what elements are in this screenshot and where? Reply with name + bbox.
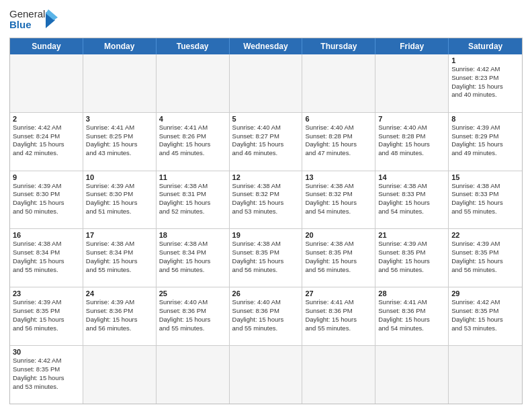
day-number: 9 xyxy=(13,173,80,181)
day-number: 24 xyxy=(86,289,153,298)
header: GeneralBlue xyxy=(9,7,523,34)
day-info: Sunrise: 4:38 AM Sunset: 8:33 PM Dayligh… xyxy=(378,182,445,216)
day-number: 11 xyxy=(159,173,226,181)
day-info: Sunrise: 4:38 AM Sunset: 8:34 PM Dayligh… xyxy=(86,240,153,274)
calendar-cell: 14Sunrise: 4:38 AM Sunset: 8:33 PM Dayli… xyxy=(375,171,449,229)
day-info: Sunrise: 4:40 AM Sunset: 8:36 PM Dayligh… xyxy=(232,298,300,332)
day-info: Sunrise: 4:39 AM Sunset: 8:35 PM Dayligh… xyxy=(451,240,519,274)
day-number: 2 xyxy=(13,115,80,123)
calendar-week-2: 2Sunrise: 4:42 AM Sunset: 8:24 PM Daylig… xyxy=(10,112,522,171)
day-number: 17 xyxy=(86,231,153,239)
day-info: Sunrise: 4:39 AM Sunset: 8:35 PM Dayligh… xyxy=(378,240,445,274)
day-number: 1 xyxy=(451,56,519,64)
day-info: Sunrise: 4:40 AM Sunset: 8:36 PM Dayligh… xyxy=(159,298,226,332)
day-number: 16 xyxy=(13,231,80,239)
calendar-cell: 17Sunrise: 4:38 AM Sunset: 8:34 PM Dayli… xyxy=(83,229,157,287)
day-number: 13 xyxy=(305,173,372,181)
day-info: Sunrise: 4:38 AM Sunset: 8:32 PM Dayligh… xyxy=(305,182,372,216)
calendar-cell: 19Sunrise: 4:38 AM Sunset: 8:35 PM Dayli… xyxy=(230,229,303,287)
day-number: 25 xyxy=(159,289,226,298)
calendar-cell: 8Sunrise: 4:39 AM Sunset: 8:29 PM Daylig… xyxy=(449,113,522,171)
day-info: Sunrise: 4:39 AM Sunset: 8:30 PM Dayligh… xyxy=(86,182,153,216)
day-number: 4 xyxy=(159,115,226,123)
calendar-cell xyxy=(10,54,83,112)
calendar-cell: 29Sunrise: 4:42 AM Sunset: 8:35 PM Dayli… xyxy=(449,287,522,345)
day-info: Sunrise: 4:42 AM Sunset: 8:24 PM Dayligh… xyxy=(13,124,80,158)
calendar-week-6: 30Sunrise: 4:42 AM Sunset: 8:35 PM Dayli… xyxy=(10,345,522,404)
calendar-week-3: 9Sunrise: 4:39 AM Sunset: 8:30 PM Daylig… xyxy=(10,171,522,229)
calendar-cell xyxy=(449,346,522,404)
calendar-cell: 15Sunrise: 4:38 AM Sunset: 8:33 PM Dayli… xyxy=(449,171,522,229)
day-info: Sunrise: 4:42 AM Sunset: 8:23 PM Dayligh… xyxy=(451,65,519,99)
calendar-cell xyxy=(375,54,449,112)
day-number: 27 xyxy=(305,289,372,298)
calendar-cell xyxy=(83,346,157,404)
calendar-cell: 16Sunrise: 4:38 AM Sunset: 8:34 PM Dayli… xyxy=(10,229,83,287)
day-number: 8 xyxy=(451,115,519,123)
calendar-cell: 22Sunrise: 4:39 AM Sunset: 8:35 PM Dayli… xyxy=(449,229,522,287)
day-number: 3 xyxy=(86,115,153,123)
header-cell-saturday: Saturday xyxy=(449,38,522,54)
day-info: Sunrise: 4:39 AM Sunset: 8:30 PM Dayligh… xyxy=(13,182,80,216)
calendar-cell: 27Sunrise: 4:41 AM Sunset: 8:36 PM Dayli… xyxy=(302,287,375,345)
day-info: Sunrise: 4:38 AM Sunset: 8:34 PM Dayligh… xyxy=(159,240,226,274)
calendar-cell: 6Sunrise: 4:40 AM Sunset: 8:28 PM Daylig… xyxy=(302,113,375,171)
calendar-cell: 30Sunrise: 4:42 AM Sunset: 8:35 PM Dayli… xyxy=(10,346,83,404)
calendar-header-row: SundayMondayTuesdayWednesdayThursdayFrid… xyxy=(10,38,522,54)
day-number: 29 xyxy=(451,289,519,298)
day-info: Sunrise: 4:38 AM Sunset: 8:34 PM Dayligh… xyxy=(13,240,80,274)
calendar-week-4: 16Sunrise: 4:38 AM Sunset: 8:34 PM Dayli… xyxy=(10,228,522,287)
calendar-body: 1Sunrise: 4:42 AM Sunset: 8:23 PM Daylig… xyxy=(10,54,522,404)
calendar: SundayMondayTuesdayWednesdayThursdayFrid… xyxy=(9,38,523,404)
calendar-cell: 7Sunrise: 4:40 AM Sunset: 8:28 PM Daylig… xyxy=(375,113,449,171)
header-cell-tuesday: Tuesday xyxy=(157,38,230,54)
day-number: 14 xyxy=(378,173,445,181)
header-cell-friday: Friday xyxy=(375,38,449,54)
calendar-cell xyxy=(157,346,230,404)
calendar-cell: 18Sunrise: 4:38 AM Sunset: 8:34 PM Dayli… xyxy=(157,229,230,287)
calendar-cell: 28Sunrise: 4:41 AM Sunset: 8:36 PM Dayli… xyxy=(375,287,449,345)
calendar-cell: 13Sunrise: 4:38 AM Sunset: 8:32 PM Dayli… xyxy=(302,171,375,229)
day-info: Sunrise: 4:39 AM Sunset: 8:35 PM Dayligh… xyxy=(13,298,80,332)
calendar-week-1: 1Sunrise: 4:42 AM Sunset: 8:23 PM Daylig… xyxy=(10,54,522,112)
calendar-cell: 26Sunrise: 4:40 AM Sunset: 8:36 PM Dayli… xyxy=(230,287,303,345)
page: GeneralBlue SundayMondayTuesdayWednesday… xyxy=(0,0,532,411)
calendar-cell: 4Sunrise: 4:41 AM Sunset: 8:26 PM Daylig… xyxy=(157,113,230,171)
day-number: 20 xyxy=(305,231,372,239)
calendar-cell: 23Sunrise: 4:39 AM Sunset: 8:35 PM Dayli… xyxy=(10,287,83,345)
day-number: 30 xyxy=(13,348,80,356)
calendar-cell: 20Sunrise: 4:38 AM Sunset: 8:35 PM Dayli… xyxy=(302,229,375,287)
day-info: Sunrise: 4:41 AM Sunset: 8:36 PM Dayligh… xyxy=(378,298,445,332)
calendar-cell: 24Sunrise: 4:39 AM Sunset: 8:36 PM Dayli… xyxy=(83,287,157,345)
generalblue-logo-icon: GeneralBlue xyxy=(9,7,58,34)
calendar-cell xyxy=(230,54,303,112)
day-info: Sunrise: 4:42 AM Sunset: 8:35 PM Dayligh… xyxy=(451,298,519,332)
calendar-cell xyxy=(375,346,449,404)
calendar-cell xyxy=(302,54,375,112)
svg-text:General: General xyxy=(9,8,45,19)
svg-text:Blue: Blue xyxy=(9,19,32,30)
day-number: 23 xyxy=(13,289,80,298)
day-info: Sunrise: 4:41 AM Sunset: 8:25 PM Dayligh… xyxy=(86,124,153,158)
day-number: 28 xyxy=(378,289,445,298)
day-info: Sunrise: 4:39 AM Sunset: 8:36 PM Dayligh… xyxy=(86,298,153,332)
header-cell-wednesday: Wednesday xyxy=(230,38,303,54)
day-info: Sunrise: 4:40 AM Sunset: 8:28 PM Dayligh… xyxy=(378,124,445,158)
logo: GeneralBlue xyxy=(9,7,58,34)
day-info: Sunrise: 4:41 AM Sunset: 8:36 PM Dayligh… xyxy=(305,298,372,332)
day-info: Sunrise: 4:38 AM Sunset: 8:35 PM Dayligh… xyxy=(232,240,300,274)
calendar-cell: 9Sunrise: 4:39 AM Sunset: 8:30 PM Daylig… xyxy=(10,171,83,229)
calendar-cell: 3Sunrise: 4:41 AM Sunset: 8:25 PM Daylig… xyxy=(83,113,157,171)
calendar-week-5: 23Sunrise: 4:39 AM Sunset: 8:35 PM Dayli… xyxy=(10,287,522,345)
calendar-cell xyxy=(157,54,230,112)
calendar-cell xyxy=(302,346,375,404)
header-cell-sunday: Sunday xyxy=(10,38,83,54)
calendar-cell xyxy=(230,346,303,404)
calendar-cell: 12Sunrise: 4:38 AM Sunset: 8:32 PM Dayli… xyxy=(230,171,303,229)
calendar-cell xyxy=(83,54,157,112)
calendar-cell: 5Sunrise: 4:40 AM Sunset: 8:27 PM Daylig… xyxy=(230,113,303,171)
header-cell-thursday: Thursday xyxy=(302,38,375,54)
day-info: Sunrise: 4:38 AM Sunset: 8:33 PM Dayligh… xyxy=(451,182,519,216)
calendar-cell: 2Sunrise: 4:42 AM Sunset: 8:24 PM Daylig… xyxy=(10,113,83,171)
header-cell-monday: Monday xyxy=(83,38,157,54)
